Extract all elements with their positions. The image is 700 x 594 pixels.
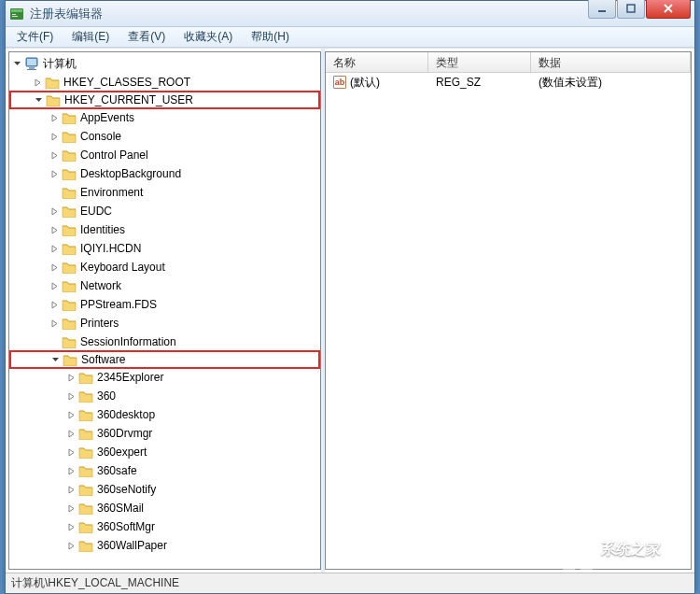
collapse-icon[interactable] <box>11 58 22 69</box>
expand-icon[interactable] <box>49 168 60 179</box>
tree-item[interactable]: Keyboard Layout <box>9 258 320 276</box>
expand-icon[interactable] <box>65 390 77 402</box>
svg-rect-5 <box>627 5 635 12</box>
tree-item[interactable]: HKEY_CURRENT_USER <box>9 91 320 109</box>
svg-rect-7 <box>27 59 36 65</box>
list-row[interactable]: ab(默认)REG_SZ(数值未设置) <box>326 73 691 92</box>
expand-icon[interactable] <box>49 243 60 254</box>
expand-icon[interactable] <box>65 540 77 551</box>
tree-label: 360safe <box>97 464 137 477</box>
tree-item[interactable]: AppEvents <box>9 108 320 127</box>
tree-item[interactable]: 2345Explorer <box>9 368 320 387</box>
maximize-button[interactable] <box>617 0 645 19</box>
window-title: 注册表编辑器 <box>30 6 588 22</box>
expand-icon[interactable] <box>49 224 60 235</box>
tree-item[interactable]: HKEY_CLASSES_ROOT <box>9 73 320 92</box>
menubar: 文件(F) 编辑(E) 查看(V) 收藏夹(A) 帮助(H) <box>6 27 694 48</box>
tree-label: Network <box>80 279 121 292</box>
tree-item[interactable]: PPStream.FDS <box>9 295 320 314</box>
tree-label: Control Panel <box>80 148 148 162</box>
expand-icon[interactable] <box>65 428 77 439</box>
expand-icon[interactable] <box>65 446 77 458</box>
tree-label: Console <box>80 130 121 143</box>
tree-item[interactable]: Network <box>9 276 320 295</box>
menu-view[interactable]: 查看(V) <box>120 27 173 47</box>
expand-icon[interactable] <box>65 372 77 383</box>
col-data[interactable]: 数据 <box>531 52 691 72</box>
expand-icon[interactable] <box>49 149 60 161</box>
close-button[interactable] <box>646 0 691 19</box>
tree-label: 360Drvmgr <box>97 427 152 440</box>
expand-icon[interactable] <box>49 299 60 310</box>
tree-label: 360WallPaper <box>97 539 167 552</box>
tree-item[interactable]: 360safe <box>9 461 320 480</box>
expand-icon[interactable] <box>65 409 77 420</box>
expand-icon[interactable] <box>49 318 60 329</box>
svg-rect-2 <box>12 14 16 15</box>
tree-label: AppEvents <box>80 111 134 124</box>
tree-item[interactable]: DesktopBackground <box>9 164 320 183</box>
menu-help[interactable]: 帮助(H) <box>244 27 297 47</box>
tree-label: Printers <box>80 317 119 330</box>
tree-label: 360expert <box>97 446 147 459</box>
svg-rect-8 <box>29 67 35 69</box>
col-name[interactable]: 名称 <box>326 52 428 72</box>
tree-label: 360 <box>97 389 116 403</box>
tree-label: Identities <box>80 223 125 236</box>
tree-item[interactable]: 360seNotify <box>9 480 320 499</box>
list-body[interactable]: ab(默认)REG_SZ(数值未设置) <box>326 73 691 569</box>
titlebar[interactable]: 注册表编辑器 <box>6 1 694 27</box>
list-header: 名称 类型 数据 <box>326 52 691 73</box>
col-type[interactable]: 类型 <box>428 52 531 72</box>
expand-icon[interactable] <box>65 502 77 514</box>
svg-rect-1 <box>11 9 22 12</box>
tree-item[interactable]: 360expert <box>9 443 320 461</box>
tree-label: HKEY_CLASSES_ROOT <box>63 76 190 89</box>
tree-label: PPStream.FDS <box>80 298 157 311</box>
collapse-icon[interactable] <box>49 354 61 365</box>
expand-icon[interactable] <box>65 465 77 476</box>
collapse-icon[interactable] <box>33 94 44 106</box>
tree-item[interactable]: 360SoftMgr <box>9 517 320 536</box>
tree-pane[interactable]: 计算机HKEY_CLASSES_ROOTHKEY_CURRENT_USERApp… <box>8 51 321 570</box>
menu-file[interactable]: 文件(F) <box>9 27 61 47</box>
value-data: (数值未设置) <box>531 73 691 92</box>
tree-item[interactable]: Identities <box>9 220 320 239</box>
tree-item[interactable]: EUDC <box>9 202 320 220</box>
list-pane: 名称 类型 数据 ab(默认)REG_SZ(数值未设置) <box>325 51 692 570</box>
tree-item[interactable]: Printers <box>9 314 320 332</box>
expand-icon[interactable] <box>49 205 60 217</box>
tree-item[interactable]: SessionInformation <box>9 332 320 351</box>
tree-label: Keyboard Layout <box>80 261 165 274</box>
tree-item[interactable]: Console <box>9 127 320 146</box>
tree-item[interactable]: 360Drvmgr <box>9 424 320 443</box>
expand-icon[interactable] <box>49 262 60 273</box>
tree-item[interactable]: 360WallPaper <box>9 536 320 555</box>
tree-item[interactable]: 360desktop <box>9 405 320 424</box>
expand-icon[interactable] <box>32 77 43 88</box>
tree-item[interactable]: 360SMail <box>9 499 320 517</box>
tree-item[interactable]: Environment <box>9 183 320 202</box>
tree-root[interactable]: 计算机 <box>9 54 320 73</box>
expand-icon[interactable] <box>49 131 60 142</box>
tree-label: 360seNotify <box>97 483 156 496</box>
tree-label: SessionInformation <box>80 335 176 348</box>
statusbar: 计算机\HKEY_LOCAL_MACHINE <box>6 573 694 593</box>
registry-editor-window: 注册表编辑器 文件(F) 编辑(E) 查看(V) 收藏夹(A) 帮助(H) 计算… <box>5 0 695 594</box>
tree-label: Software <box>81 353 125 366</box>
tree-item[interactable]: Control Panel <box>9 146 320 164</box>
svg-rect-3 <box>12 16 18 17</box>
string-value-icon: ab <box>333 76 346 89</box>
tree-label: 360desktop <box>97 408 155 421</box>
expand-icon[interactable] <box>65 484 77 495</box>
expand-icon[interactable] <box>65 521 77 532</box>
tree-item[interactable]: Software <box>9 350 320 369</box>
expand-icon[interactable] <box>49 280 60 291</box>
tree-item[interactable]: IQIYI.HCDN <box>9 239 320 258</box>
tree-item[interactable]: 360 <box>9 387 320 405</box>
tree-label: 2345Explorer <box>97 371 163 384</box>
minimize-button[interactable] <box>588 0 616 19</box>
menu-favorites[interactable]: 收藏夹(A) <box>176 27 240 47</box>
menu-edit[interactable]: 编辑(E) <box>64 27 117 47</box>
expand-icon[interactable] <box>49 112 60 123</box>
